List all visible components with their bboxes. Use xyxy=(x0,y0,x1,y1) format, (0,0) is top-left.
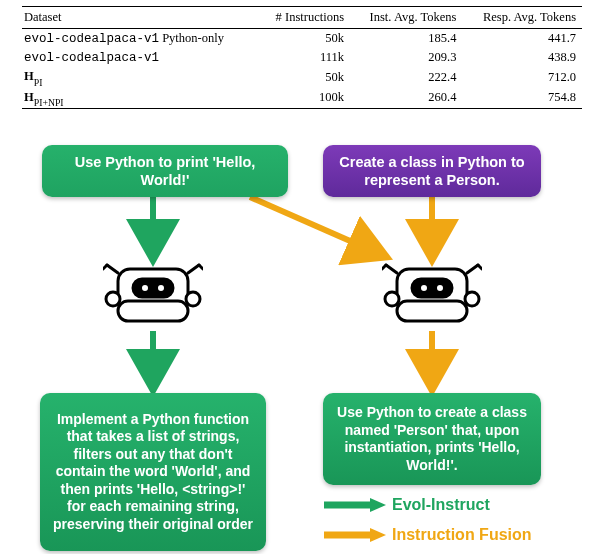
input-box-purple-text: Create a class in Python to represent a … xyxy=(333,153,531,189)
table-row: HPI50k222.4712.0 xyxy=(22,67,582,88)
dataset-name-cell: evol-codealpaca-v1 xyxy=(22,48,259,67)
legend-evol-arrow-icon xyxy=(322,498,386,512)
dataset-name-cell: HPI+NPI xyxy=(22,88,259,109)
legend-fusion-label: Instruction Fusion xyxy=(392,526,532,544)
instructions-cell: 50k xyxy=(259,29,350,49)
svg-point-20 xyxy=(436,284,445,293)
output-box-right: Use Python to create a class named 'Pers… xyxy=(323,393,541,485)
svg-point-25 xyxy=(385,292,399,306)
legend-evol-instruct: Evol-Instruct xyxy=(322,496,490,514)
inst-avg-cell: 185.4 xyxy=(350,29,462,49)
inst-avg-cell: 209.3 xyxy=(350,48,462,67)
table-row: evol-codealpaca-v1 Python-only50k185.444… xyxy=(22,29,582,49)
resp-avg-cell: 441.7 xyxy=(462,29,582,49)
svg-line-24 xyxy=(478,265,482,269)
output-box-left: Implement a Python function that takes a… xyxy=(40,393,266,551)
output-box-left-text: Implement a Python function that takes a… xyxy=(50,411,256,534)
legend-fusion-arrow-icon xyxy=(322,528,386,542)
svg-point-9 xyxy=(157,284,166,293)
svg-line-21 xyxy=(386,265,397,273)
input-box-purple: Create a class in Python to represent a … xyxy=(323,145,541,197)
inst-avg-cell: 222.4 xyxy=(350,67,462,88)
svg-point-8 xyxy=(141,284,150,293)
legend-evol-label: Evol-Instruct xyxy=(392,496,490,514)
resp-avg-cell: 712.0 xyxy=(462,67,582,88)
legend-instruction-fusion: Instruction Fusion xyxy=(322,526,532,544)
th-instructions: # Instructions xyxy=(259,7,350,29)
instructions-cell: 111k xyxy=(259,48,350,67)
input-box-green: Use Python to print 'Hello, World!' xyxy=(42,145,288,197)
dataset-name-cell: HPI xyxy=(22,67,259,88)
svg-rect-17 xyxy=(397,301,467,321)
output-box-right-text: Use Python to create a class named 'Pers… xyxy=(333,404,531,474)
svg-line-11 xyxy=(103,265,107,269)
input-box-green-text: Use Python to print 'Hello, World!' xyxy=(52,153,278,189)
th-dataset: Dataset xyxy=(22,7,259,29)
svg-line-1 xyxy=(250,197,382,255)
dataset-table: Dataset # Instructions Inst. Avg. Tokens… xyxy=(22,6,582,109)
svg-line-12 xyxy=(188,265,199,273)
svg-point-15 xyxy=(186,292,200,306)
dataset-name-cell: evol-codealpaca-v1 Python-only xyxy=(22,29,259,49)
table-row: evol-codealpaca-v1111k209.3438.9 xyxy=(22,48,582,67)
instructions-cell: 100k xyxy=(259,88,350,109)
robot-left-icon xyxy=(103,261,203,327)
diagram: Use Python to print 'Hello, World!' Crea… xyxy=(0,139,604,554)
inst-avg-cell: 260.4 xyxy=(350,88,462,109)
svg-point-19 xyxy=(420,284,429,293)
robot-right-icon xyxy=(382,261,482,327)
svg-point-26 xyxy=(465,292,479,306)
svg-line-10 xyxy=(107,265,118,273)
svg-rect-6 xyxy=(118,301,188,321)
th-inst-tokens: Inst. Avg. Tokens xyxy=(350,7,462,29)
th-resp-tokens: Resp. Avg. Tokens xyxy=(462,7,582,29)
dataset-table-body: evol-codealpaca-v1 Python-only50k185.444… xyxy=(22,29,582,109)
svg-line-22 xyxy=(382,265,386,269)
resp-avg-cell: 754.8 xyxy=(462,88,582,109)
svg-line-23 xyxy=(467,265,478,273)
svg-line-13 xyxy=(199,265,203,269)
table-row: HPI+NPI100k260.4754.8 xyxy=(22,88,582,109)
svg-point-14 xyxy=(106,292,120,306)
instructions-cell: 50k xyxy=(259,67,350,88)
resp-avg-cell: 438.9 xyxy=(462,48,582,67)
